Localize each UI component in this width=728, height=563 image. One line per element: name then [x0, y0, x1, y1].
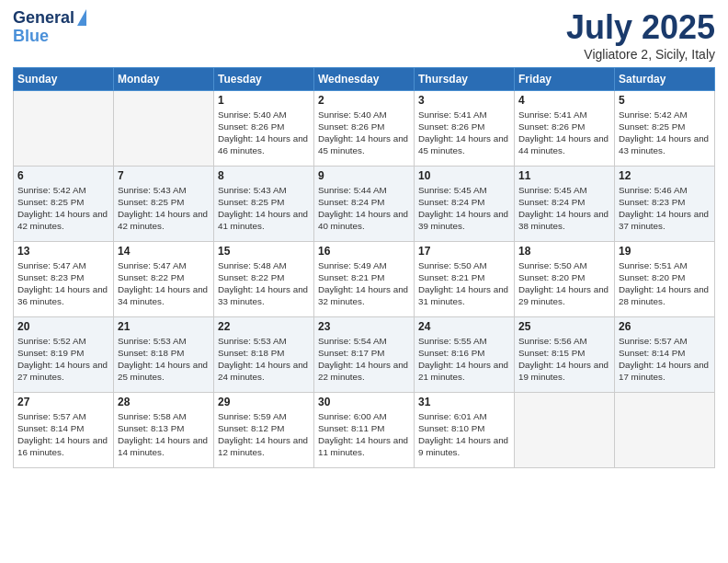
day-info: Sunrise: 5:52 AMSunset: 8:19 PMDaylight:… — [17, 335, 109, 384]
day-info: Sunrise: 5:46 AMSunset: 8:23 PMDaylight:… — [619, 184, 711, 233]
logo-triangle-icon — [77, 9, 86, 26]
calendar-cell: 27Sunrise: 5:57 AMSunset: 8:14 PMDayligh… — [14, 392, 114, 467]
calendar-cell: 16Sunrise: 5:49 AMSunset: 8:21 PMDayligh… — [314, 241, 415, 316]
calendar-cell — [515, 392, 615, 467]
day-info: Sunrise: 5:42 AMSunset: 8:25 PMDaylight:… — [619, 109, 711, 157]
calendar-cell: 10Sunrise: 5:45 AMSunset: 8:24 PMDayligh… — [415, 166, 515, 241]
calendar-cell: 22Sunrise: 5:53 AMSunset: 8:18 PMDayligh… — [214, 316, 314, 392]
week-row-5: 27Sunrise: 5:57 AMSunset: 8:14 PMDayligh… — [14, 392, 715, 467]
calendar-cell: 30Sunrise: 6:00 AMSunset: 8:11 PMDayligh… — [314, 392, 415, 467]
day-info: Sunrise: 5:47 AMSunset: 8:23 PMDaylight:… — [17, 259, 109, 308]
weekday-header-row: SundayMondayTuesdayWednesdayThursdayFrid… — [14, 67, 715, 90]
week-row-2: 6Sunrise: 5:42 AMSunset: 8:25 PMDaylight… — [14, 166, 715, 241]
day-number: 26 — [619, 320, 711, 333]
calendar-cell: 25Sunrise: 5:56 AMSunset: 8:15 PMDayligh… — [515, 316, 615, 392]
calendar-cell: 3Sunrise: 5:41 AMSunset: 8:26 PMDaylight… — [415, 90, 515, 166]
day-number: 9 — [318, 169, 410, 182]
calendar-cell: 5Sunrise: 5:42 AMSunset: 8:25 PMDaylight… — [615, 90, 715, 166]
day-info: Sunrise: 6:01 AMSunset: 8:10 PMDaylight:… — [418, 410, 510, 459]
day-number: 31 — [418, 396, 510, 408]
day-info: Sunrise: 5:43 AMSunset: 8:25 PMDaylight:… — [118, 184, 210, 233]
weekday-header-saturday: Saturday — [615, 67, 715, 90]
calendar-cell: 17Sunrise: 5:50 AMSunset: 8:21 PMDayligh… — [415, 241, 515, 316]
day-info: Sunrise: 5:50 AMSunset: 8:20 PMDaylight:… — [518, 259, 610, 308]
weekday-header-wednesday: Wednesday — [314, 67, 415, 90]
day-info: Sunrise: 5:43 AMSunset: 8:25 PMDaylight:… — [218, 184, 310, 233]
logo: General Blue — [13, 9, 86, 46]
day-info: Sunrise: 5:56 AMSunset: 8:15 PMDaylight:… — [518, 335, 610, 384]
day-number: 20 — [17, 320, 109, 333]
day-number: 22 — [218, 320, 310, 333]
day-info: Sunrise: 5:45 AMSunset: 8:24 PMDaylight:… — [518, 184, 610, 233]
day-number: 7 — [118, 169, 210, 182]
calendar-cell: 19Sunrise: 5:51 AMSunset: 8:20 PMDayligh… — [615, 241, 715, 316]
title-block: July 2025 Vigliatore 2, Sicily, Italy — [566, 9, 715, 62]
weekday-header-sunday: Sunday — [14, 67, 114, 90]
day-number: 5 — [619, 94, 711, 107]
location: Vigliatore 2, Sicily, Italy — [566, 47, 715, 62]
day-number: 25 — [518, 320, 610, 333]
day-number: 28 — [118, 396, 210, 408]
weekday-header-monday: Monday — [114, 67, 214, 90]
day-info: Sunrise: 5:45 AMSunset: 8:24 PMDaylight:… — [418, 184, 510, 233]
day-info: Sunrise: 5:48 AMSunset: 8:22 PMDaylight:… — [218, 259, 310, 308]
day-number: 3 — [418, 94, 510, 107]
calendar-cell — [14, 90, 114, 166]
day-info: Sunrise: 5:51 AMSunset: 8:20 PMDaylight:… — [619, 259, 711, 308]
day-info: Sunrise: 5:40 AMSunset: 8:26 PMDaylight:… — [218, 109, 310, 157]
day-number: 30 — [318, 396, 410, 408]
day-info: Sunrise: 5:54 AMSunset: 8:17 PMDaylight:… — [318, 335, 410, 384]
day-info: Sunrise: 5:57 AMSunset: 8:14 PMDaylight:… — [17, 410, 109, 459]
day-info: Sunrise: 5:57 AMSunset: 8:14 PMDaylight:… — [619, 335, 711, 384]
day-number: 16 — [318, 245, 410, 258]
calendar-cell: 12Sunrise: 5:46 AMSunset: 8:23 PMDayligh… — [615, 166, 715, 241]
month-title: July 2025 — [566, 9, 715, 46]
page: General Blue July 2025 Vigliatore 2, Sic… — [0, 0, 728, 563]
day-number: 1 — [218, 94, 310, 107]
day-info: Sunrise: 5:53 AMSunset: 8:18 PMDaylight:… — [218, 335, 310, 384]
day-number: 11 — [518, 169, 610, 182]
day-info: Sunrise: 5:44 AMSunset: 8:24 PMDaylight:… — [318, 184, 410, 233]
calendar-cell: 9Sunrise: 5:44 AMSunset: 8:24 PMDaylight… — [314, 166, 415, 241]
calendar-cell: 1Sunrise: 5:40 AMSunset: 8:26 PMDaylight… — [214, 90, 314, 166]
day-info: Sunrise: 5:53 AMSunset: 8:18 PMDaylight:… — [118, 335, 210, 384]
weekday-header-friday: Friday — [515, 67, 615, 90]
day-number: 23 — [318, 320, 410, 333]
week-row-4: 20Sunrise: 5:52 AMSunset: 8:19 PMDayligh… — [14, 316, 715, 392]
calendar-cell: 15Sunrise: 5:48 AMSunset: 8:22 PMDayligh… — [214, 241, 314, 316]
day-number: 27 — [17, 396, 109, 408]
calendar-cell: 7Sunrise: 5:43 AMSunset: 8:25 PMDaylight… — [114, 166, 214, 241]
calendar-cell: 4Sunrise: 5:41 AMSunset: 8:26 PMDaylight… — [515, 90, 615, 166]
calendar-cell — [114, 90, 214, 166]
day-info: Sunrise: 5:55 AMSunset: 8:16 PMDaylight:… — [418, 335, 510, 384]
day-info: Sunrise: 6:00 AMSunset: 8:11 PMDaylight:… — [318, 410, 410, 459]
day-info: Sunrise: 5:49 AMSunset: 8:21 PMDaylight:… — [318, 259, 410, 308]
day-info: Sunrise: 5:41 AMSunset: 8:26 PMDaylight:… — [418, 109, 510, 157]
day-number: 18 — [518, 245, 610, 258]
calendar-cell: 18Sunrise: 5:50 AMSunset: 8:20 PMDayligh… — [515, 241, 615, 316]
calendar-cell: 20Sunrise: 5:52 AMSunset: 8:19 PMDayligh… — [14, 316, 114, 392]
day-number: 2 — [318, 94, 410, 107]
calendar-cell: 14Sunrise: 5:47 AMSunset: 8:22 PMDayligh… — [114, 241, 214, 316]
calendar-cell: 8Sunrise: 5:43 AMSunset: 8:25 PMDaylight… — [214, 166, 314, 241]
day-number: 10 — [418, 169, 510, 182]
calendar-cell: 28Sunrise: 5:58 AMSunset: 8:13 PMDayligh… — [114, 392, 214, 467]
calendar-cell: 31Sunrise: 6:01 AMSunset: 8:10 PMDayligh… — [415, 392, 515, 467]
calendar-cell: 26Sunrise: 5:57 AMSunset: 8:14 PMDayligh… — [615, 316, 715, 392]
calendar-cell: 23Sunrise: 5:54 AMSunset: 8:17 PMDayligh… — [314, 316, 415, 392]
day-number: 21 — [118, 320, 210, 333]
day-info: Sunrise: 5:42 AMSunset: 8:25 PMDaylight:… — [17, 184, 109, 233]
header: General Blue July 2025 Vigliatore 2, Sic… — [13, 9, 715, 62]
day-number: 17 — [418, 245, 510, 258]
day-info: Sunrise: 5:58 AMSunset: 8:13 PMDaylight:… — [118, 410, 210, 459]
day-number: 29 — [218, 396, 310, 408]
day-info: Sunrise: 5:50 AMSunset: 8:21 PMDaylight:… — [418, 259, 510, 308]
day-info: Sunrise: 5:41 AMSunset: 8:26 PMDaylight:… — [518, 109, 610, 157]
day-number: 19 — [619, 245, 711, 258]
day-number: 6 — [17, 169, 109, 182]
day-number: 24 — [418, 320, 510, 333]
day-info: Sunrise: 5:59 AMSunset: 8:12 PMDaylight:… — [218, 410, 310, 459]
day-number: 12 — [619, 169, 711, 182]
calendar-cell: 2Sunrise: 5:40 AMSunset: 8:26 PMDaylight… — [314, 90, 415, 166]
calendar: SundayMondayTuesdayWednesdayThursdayFrid… — [13, 67, 715, 468]
